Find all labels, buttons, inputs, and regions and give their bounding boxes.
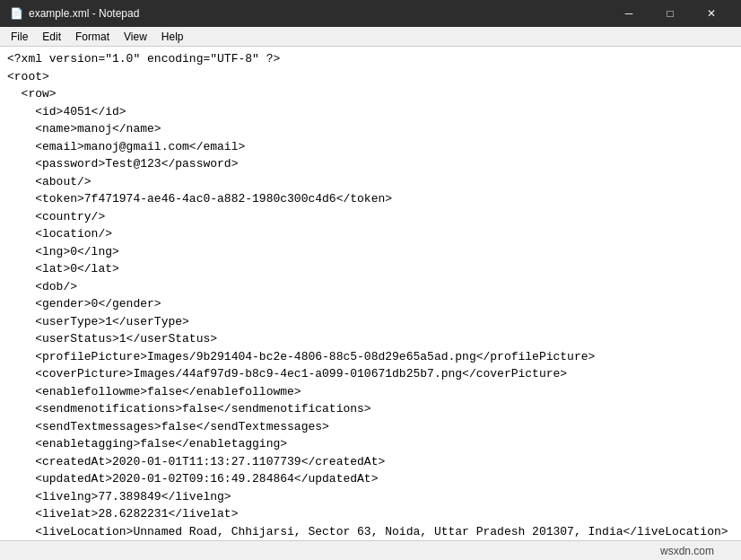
- close-button[interactable]: ✕: [691, 0, 732, 27]
- window-title: example.xml - Notepad: [29, 7, 608, 20]
- minimize-button[interactable]: ─: [608, 0, 649, 27]
- menu-help[interactable]: Help: [154, 27, 191, 47]
- maximize-button[interactable]: □: [649, 0, 691, 27]
- status-bar: wsxdn.com: [0, 540, 741, 560]
- window-controls: ─ □ ✕: [608, 0, 732, 27]
- menu-format[interactable]: Format: [68, 27, 117, 47]
- menu-edit[interactable]: Edit: [35, 27, 68, 47]
- text-editor[interactable]: <?xml version="1.0" encoding="UTF-8" ?> …: [0, 47, 741, 540]
- app-icon: 📄: [9, 6, 23, 21]
- menu-file[interactable]: File: [4, 27, 35, 47]
- title-bar: 📄 example.xml - Notepad ─ □ ✕: [0, 0, 741, 27]
- status-text: wsxdn.com: [660, 545, 714, 557]
- menu-bar: File Edit Format View Help: [0, 27, 741, 47]
- menu-view[interactable]: View: [117, 27, 154, 47]
